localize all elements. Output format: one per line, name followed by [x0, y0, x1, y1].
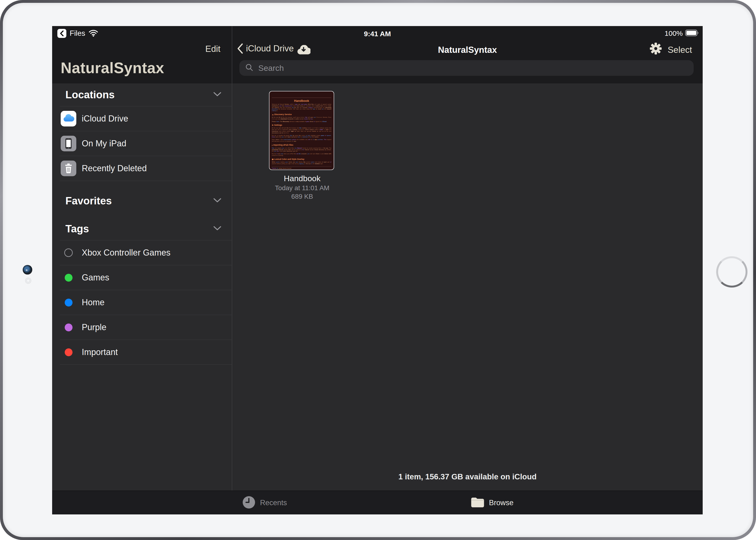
- sidebar-section-header-favorites[interactable]: Favorites: [60, 190, 232, 212]
- sidebar-item-recently-deleted[interactable]: Recently Deleted: [60, 156, 232, 181]
- grid-mini-icon: ▦: [272, 158, 274, 160]
- storage-status: 1 item, 156.37 GB available on iCloud: [232, 472, 703, 481]
- thumbnail-rule: [272, 166, 331, 167]
- sidebar-item-purple[interactable]: Purple: [60, 315, 232, 340]
- tag-dot-container: [61, 344, 76, 360]
- thumbnail-paragraph: At the top right of both the file browse…: [272, 127, 331, 134]
- item-label: Games: [82, 273, 109, 283]
- page: Files 9:41 AM 100%: [0, 0, 756, 540]
- tag-color-dot: [65, 348, 73, 356]
- tab-recents-label: Recents: [260, 498, 287, 507]
- settings-gear-icon[interactable]: [649, 42, 662, 56]
- thumbnail-paragraph: Pro tip: a number of people like to setu…: [272, 135, 331, 138]
- thumbnail-paragraph: At the top left of the file browser, you…: [272, 116, 331, 120]
- sidebar-item-important[interactable]: Important: [60, 340, 232, 365]
- tab-bar: Recents Browse: [52, 490, 703, 514]
- file-name: Handbook: [239, 174, 365, 183]
- trash-icon: [61, 161, 76, 176]
- navigation-bar: iCloud Drive NaturalSyntax: [232, 26, 703, 60]
- item-label: On My iPad: [82, 139, 126, 149]
- main-panel: iCloud Drive NaturalSyntax: [232, 26, 703, 490]
- thumbnail-paragraph: While you're reading your book, you can …: [272, 161, 331, 165]
- item-label: Home: [82, 298, 104, 308]
- item-label: Purple: [82, 322, 106, 332]
- app-title: NaturalSyntax: [61, 59, 164, 77]
- tag-color-dot: [64, 248, 73, 257]
- folder-title: NaturalSyntax: [232, 45, 703, 55]
- sidebar: Edit NaturalSyntax LocationsiCloud Drive…: [52, 26, 232, 490]
- section-label: Favorites: [66, 195, 213, 207]
- tag-dot-container: [61, 245, 76, 261]
- ipad-icon: [61, 136, 76, 151]
- tab-browse-label: Browse: [489, 498, 513, 507]
- heading-text: Discovery Service: [275, 113, 292, 116]
- thumbnail-paragraph: Note: some of the customization options …: [272, 139, 331, 142]
- tag-color-dot: [65, 324, 73, 331]
- file-thumbnail: HandbookWelcome to Natural Syntax, withi…: [269, 91, 334, 170]
- tag-dot-container: [61, 270, 76, 285]
- gear-mini-icon: ⚙: [272, 124, 274, 126]
- sidebar-item-on-my-ipad[interactable]: On My iPad: [60, 131, 232, 156]
- heading-text: Importing ePub Files: [273, 144, 293, 146]
- clock-icon: [242, 495, 256, 510]
- thumbnail-heading-discovery-service: ☁Discovery Service: [272, 113, 331, 116]
- chevron-down-icon: [213, 92, 221, 97]
- thumbnail-paragraph: You can import your own ePub files into …: [272, 147, 331, 152]
- thumbnail-closing: Thanks for using Natural Syntax!: [272, 168, 331, 169]
- thumbnail-document: HandbookWelcome to Natural Syntax, withi…: [272, 91, 331, 169]
- screen: Files 9:41 AM 100%: [52, 26, 703, 514]
- file-modified-date: Today at 11:01 AM: [239, 184, 365, 192]
- thumbnail-paragraph: Welcome to Natural Syntax, within it you…: [272, 103, 331, 111]
- sidebar-sections: LocationsiCloud DriveOn My iPadRecently …: [60, 83, 232, 365]
- search-icon: [245, 63, 254, 73]
- tag-dot-container: [61, 320, 76, 335]
- thumbnail-paragraph: Pro tip: If you only have your ePub file…: [272, 153, 331, 156]
- sidebar-item-xbox-controller-games[interactable]: Xbox Controller Games: [60, 240, 232, 265]
- sidebar-item-games[interactable]: Games: [60, 265, 232, 290]
- section-label: Locations: [66, 89, 213, 101]
- sidebar-section-header-locations[interactable]: Locations: [60, 83, 232, 106]
- thumbnail-heading-lexical-color-and-style-overlay: ▦Lexical Color and Style Overlay: [272, 158, 331, 160]
- sidebar-item-home[interactable]: Home: [60, 290, 232, 315]
- download-mini-icon: ⤓: [272, 144, 273, 146]
- front-camera: [23, 265, 32, 275]
- item-label: Recently Deleted: [82, 163, 147, 173]
- tag-dot-container: [61, 295, 76, 310]
- section-label: Tags: [66, 223, 213, 235]
- item-label: Xbox Controller Games: [82, 248, 170, 258]
- sidebar-section-header-tags[interactable]: Tags: [60, 217, 232, 240]
- folder-icon: [471, 497, 485, 509]
- heading-text: Settings: [274, 124, 282, 126]
- item-label: iCloud Drive: [82, 114, 128, 124]
- thumbnail-heading-settings: ⚙Settings: [272, 124, 331, 126]
- tag-color-dot: [65, 274, 73, 282]
- icloud-icon: [61, 111, 76, 126]
- file-size: 689 KB: [239, 193, 365, 201]
- sidebar-item-icloud-drive[interactable]: iCloud Drive: [60, 106, 232, 131]
- cloud-mini-icon: ☁: [272, 113, 274, 116]
- thumbnail-rule: [272, 97, 331, 98]
- item-label: Important: [82, 347, 118, 357]
- select-button[interactable]: Select: [667, 45, 692, 55]
- search-bar[interactable]: [239, 60, 694, 76]
- ipad-device-frame: Files 9:41 AM 100%: [0, 0, 756, 540]
- tab-recents[interactable]: Recents: [242, 491, 287, 514]
- chevron-down-icon: [213, 198, 221, 204]
- thumbnail-paragraph: Please Note: The Discovery Service is on…: [272, 121, 331, 122]
- tab-browse[interactable]: Browse: [471, 491, 513, 514]
- ambient-light-sensor: [25, 278, 31, 284]
- chevron-down-icon: [213, 226, 221, 232]
- heading-text: Lexical Color and Style Overlay: [274, 158, 304, 160]
- search-input[interactable]: [258, 63, 638, 73]
- tag-color-dot: [65, 299, 73, 307]
- thumbnail-heading-importing-epub-files: ⤓Importing ePub Files: [272, 144, 331, 146]
- home-button[interactable]: [716, 256, 747, 288]
- thumbnail-title: Handbook: [272, 99, 331, 102]
- edit-button[interactable]: Edit: [205, 44, 220, 54]
